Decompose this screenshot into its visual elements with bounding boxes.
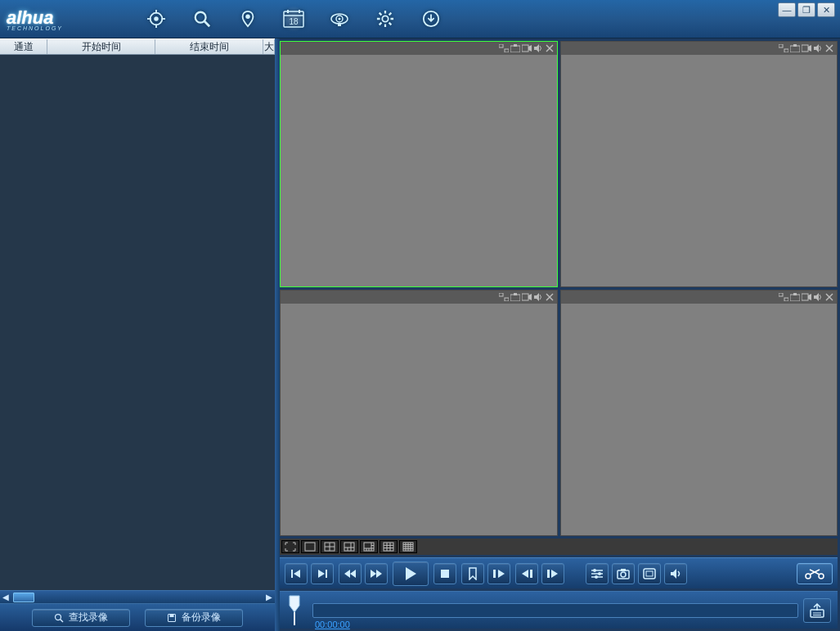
svg-rect-25: [505, 49, 509, 52]
pane-record-icon[interactable]: [801, 292, 812, 302]
backup-record-button[interactable]: 备份录像: [145, 609, 243, 627]
snapshot-button[interactable]: [612, 563, 635, 584]
pane-record-icon[interactable]: [521, 292, 532, 302]
scroll-thumb[interactable]: [13, 593, 34, 602]
layout-6-button[interactable]: [340, 540, 358, 553]
layout-8-button[interactable]: [360, 540, 378, 553]
col-size[interactable]: 大: [263, 39, 275, 54]
pane-snapshot-icon[interactable]: [789, 43, 801, 53]
backup-record-label: 备份录像: [182, 611, 221, 624]
svg-rect-81: [493, 570, 496, 578]
frame-back-button[interactable]: [515, 563, 538, 584]
video-pane-4[interactable]: [560, 290, 838, 536]
nav-camera-icon[interactable]: [326, 6, 353, 32]
layout-fullscreen-button[interactable]: [281, 540, 299, 553]
layout-1-button[interactable]: [301, 540, 319, 553]
clip-button[interactable]: [797, 563, 833, 584]
col-end-time[interactable]: 结束时间: [155, 39, 263, 54]
search-icon: [54, 613, 64, 623]
disk-icon: [167, 613, 177, 623]
timeline-time-label[interactable]: 00:00:00: [315, 620, 350, 629]
close-button[interactable]: ✕: [817, 2, 835, 17]
pane-sound-icon[interactable]: [812, 292, 824, 302]
nav-location-icon[interactable]: [235, 6, 261, 32]
video-pane-3[interactable]: [280, 290, 558, 536]
zoom-area-button[interactable]: [638, 563, 661, 584]
next-file-button[interactable]: [311, 563, 334, 584]
nav-gear-icon[interactable]: [372, 6, 398, 32]
timeline-playhead[interactable]: [281, 594, 308, 627]
step-pause-button[interactable]: [487, 563, 510, 584]
pane-record-icon[interactable]: [801, 43, 812, 53]
stop-button[interactable]: [433, 563, 456, 584]
record-list[interactable]: [0, 55, 275, 590]
pane-close-icon[interactable]: [824, 292, 835, 302]
pane-snapshot-icon[interactable]: [510, 292, 521, 302]
video-pane-2[interactable]: [560, 41, 838, 287]
svg-rect-83: [547, 570, 550, 578]
svg-rect-27: [514, 44, 517, 47]
svg-point-6: [195, 12, 206, 23]
svg-text:18: 18: [289, 17, 299, 26]
svg-rect-93: [644, 569, 655, 579]
pane-snapshot-icon[interactable]: [510, 43, 521, 53]
title-bar: alhua TECHNOLOGY 18 — ❐ ✕: [0, 0, 840, 38]
svg-rect-80: [441, 570, 449, 578]
nav-target-icon[interactable]: [143, 6, 169, 32]
svg-rect-46: [784, 298, 788, 301]
svg-rect-34: [793, 44, 797, 47]
pane-snapshot-icon[interactable]: [789, 292, 801, 302]
nav-calendar-icon[interactable]: 18: [281, 6, 307, 32]
nav-download-icon[interactable]: [418, 6, 444, 32]
svg-rect-52: [305, 543, 315, 551]
pane-expand-icon[interactable]: [778, 43, 789, 53]
scroll-right-icon[interactable]: ▶: [263, 593, 275, 602]
layout-4-button[interactable]: [321, 540, 339, 553]
first-button[interactable]: [285, 563, 308, 584]
maximize-button[interactable]: ❐: [797, 2, 815, 17]
pane-record-icon[interactable]: [521, 43, 532, 53]
pane-sound-icon[interactable]: [812, 43, 824, 53]
pane-expand-icon[interactable]: [498, 292, 510, 302]
svg-rect-49: [802, 294, 808, 300]
svg-rect-32: [784, 49, 788, 52]
scroll-left-icon[interactable]: ◀: [0, 593, 11, 602]
svg-rect-24: [499, 44, 503, 47]
frame-forward-button[interactable]: [541, 563, 564, 584]
video-pane-1[interactable]: [280, 41, 558, 287]
col-start-time[interactable]: 开始时间: [47, 39, 155, 54]
timeline-export-button[interactable]: [803, 598, 831, 623]
timeline-track[interactable]: [312, 603, 798, 618]
layout-9-button[interactable]: [380, 540, 398, 553]
volume-button[interactable]: [664, 563, 687, 584]
left-h-scrollbar[interactable]: ◀ ▶: [0, 590, 275, 603]
search-record-button[interactable]: 查找录像: [32, 609, 130, 627]
adjust-button[interactable]: [586, 563, 609, 584]
pane-sound-icon[interactable]: [532, 43, 544, 53]
svg-rect-42: [522, 294, 528, 300]
svg-rect-45: [779, 293, 783, 296]
pane-close-icon[interactable]: [544, 292, 555, 302]
layout-16-button[interactable]: [399, 540, 417, 553]
rewind-button[interactable]: [339, 563, 362, 584]
svg-point-1: [154, 16, 159, 21]
pane-close-icon[interactable]: [824, 43, 835, 53]
fastforward-button[interactable]: [365, 563, 388, 584]
main-area: 通道 开始时间 结束时间 大 ◀ ▶ 查找录像 备份录像: [0, 38, 840, 631]
svg-point-89: [595, 575, 598, 579]
pane-expand-icon[interactable]: [778, 292, 789, 302]
play-button[interactable]: [393, 561, 429, 586]
minimize-button[interactable]: —: [778, 2, 796, 17]
col-channel[interactable]: 通道: [0, 39, 47, 54]
svg-rect-31: [779, 44, 783, 47]
svg-rect-41: [514, 293, 517, 295]
window-controls: — ❐ ✕: [778, 2, 835, 17]
pane-close-icon[interactable]: [544, 43, 555, 53]
left-list-header: 通道 开始时间 结束时间 大: [0, 38, 275, 55]
svg-rect-91: [621, 569, 626, 571]
layout-selector-row: [280, 539, 838, 555]
pane-sound-icon[interactable]: [532, 292, 544, 302]
mark-button[interactable]: [461, 563, 484, 584]
pane-expand-icon[interactable]: [498, 43, 510, 53]
nav-search-icon[interactable]: [189, 6, 215, 32]
